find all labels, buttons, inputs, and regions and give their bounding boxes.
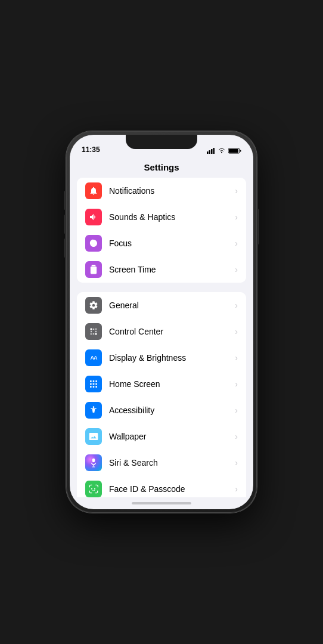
svg-point-30 [92, 459, 95, 462]
general-label: General [109, 301, 232, 310]
wallpaper-icon [85, 428, 102, 445]
settings-row-faceid[interactable]: Face ID & Passcode › [77, 476, 246, 497]
page-title: Settings [144, 162, 179, 172]
svg-rect-6 [229, 149, 238, 153]
svg-rect-3 [213, 148, 215, 154]
settings-content[interactable]: Notifications › Sounds & Haptics › [70, 178, 253, 497]
notifications-icon [85, 182, 102, 199]
svg-rect-31 [93, 465, 94, 466]
svg-rect-32 [92, 466, 95, 467]
svg-point-12 [90, 328, 92, 330]
settings-row-screentime[interactable]: Screen Time › [77, 256, 246, 283]
focus-chevron: › [235, 239, 238, 248]
settings-row-general[interactable]: General › [77, 292, 246, 318]
accessibility-chevron: › [235, 405, 238, 415]
phone-screen: 11:35 [70, 135, 253, 509]
nav-bar: Settings [70, 156, 253, 178]
general-icon [85, 297, 102, 314]
screentime-icon [85, 261, 102, 278]
svg-rect-20 [90, 380, 92, 382]
general-chevron: › [235, 301, 238, 310]
display-chevron: › [235, 353, 238, 363]
settings-row-accessibility[interactable]: Accessibility › [77, 397, 246, 423]
screentime-label: Screen Time [109, 265, 232, 274]
settings-row-siri[interactable]: Siri & Search › [77, 450, 246, 476]
settings-row-controlcenter[interactable]: Control Center › [77, 318, 246, 345]
faceid-label: Face ID & Passcode [109, 484, 232, 494]
svg-rect-19 [95, 331, 96, 333]
controlcenter-icon [85, 323, 102, 340]
home-indicator [70, 497, 253, 509]
display-icon: AA [85, 349, 102, 366]
wallpaper-chevron: › [235, 432, 238, 441]
section-2: General › Control Center › AA [70, 292, 253, 497]
faceid-chevron: › [235, 484, 238, 494]
status-time: 11:35 [82, 145, 100, 154]
siri-chevron: › [235, 458, 238, 467]
notch [126, 135, 197, 149]
settings-row-homescreen[interactable]: Home Screen › [77, 371, 246, 397]
focus-icon [85, 235, 102, 252]
svg-rect-0 [207, 151, 209, 154]
homescreen-chevron: › [235, 379, 238, 389]
svg-point-14 [90, 333, 92, 335]
svg-rect-27 [93, 386, 95, 388]
homescreen-icon [85, 376, 102, 392]
svg-rect-1 [209, 150, 211, 154]
svg-rect-18 [91, 331, 91, 333]
wallpaper-label: Wallpaper [109, 432, 232, 441]
home-bar [132, 502, 191, 504]
svg-point-13 [95, 328, 97, 330]
screentime-chevron: › [235, 265, 238, 274]
svg-rect-28 [95, 386, 97, 388]
svg-rect-9 [92, 268, 95, 269]
section-1: Notifications › Sounds & Haptics › [70, 178, 253, 283]
svg-rect-16 [93, 329, 95, 329]
settings-row-sounds[interactable]: Sounds & Haptics › [77, 204, 246, 230]
svg-rect-17 [93, 333, 95, 334]
display-label: Display & Brightness [109, 353, 232, 363]
phone-frame: 11:35 [66, 131, 257, 513]
sounds-icon [85, 209, 102, 225]
svg-rect-11 [92, 271, 94, 271]
homescreen-label: Home Screen [109, 379, 232, 389]
wifi-icon [218, 148, 226, 154]
section-group-2: General › Control Center › AA [77, 292, 246, 497]
svg-rect-10 [92, 270, 95, 270]
settings-row-focus[interactable]: Focus › [77, 230, 246, 256]
settings-row-wallpaper[interactable]: Wallpaper › [77, 423, 246, 450]
controlcenter-chevron: › [235, 327, 238, 336]
siri-label: Siri & Search [109, 458, 232, 467]
svg-rect-23 [90, 383, 92, 385]
focus-label: Focus [109, 239, 232, 248]
accessibility-label: Accessibility [109, 405, 232, 415]
svg-rect-22 [95, 380, 97, 382]
svg-rect-25 [95, 383, 97, 385]
svg-rect-24 [93, 383, 95, 385]
svg-rect-21 [93, 380, 95, 382]
battery-status-icon [228, 148, 241, 154]
sounds-label: Sounds & Haptics [109, 212, 232, 222]
section-group-1: Notifications › Sounds & Haptics › [77, 178, 246, 283]
sounds-chevron: › [235, 212, 238, 222]
status-icons [207, 148, 241, 154]
notifications-chevron: › [235, 186, 238, 196]
settings-row-notifications[interactable]: Notifications › [77, 178, 246, 204]
accessibility-icon [85, 402, 102, 419]
svg-rect-7 [92, 265, 96, 266]
notifications-label: Notifications [109, 186, 232, 196]
svg-rect-5 [240, 150, 241, 152]
svg-rect-26 [90, 386, 92, 388]
controlcenter-label: Control Center [109, 327, 232, 336]
signal-icon [207, 148, 215, 154]
svg-rect-2 [211, 149, 213, 154]
svg-point-15 [95, 333, 97, 335]
faceid-icon [85, 481, 102, 497]
siri-icon [85, 454, 102, 471]
settings-row-display[interactable]: AA Display & Brightness › [77, 345, 246, 371]
